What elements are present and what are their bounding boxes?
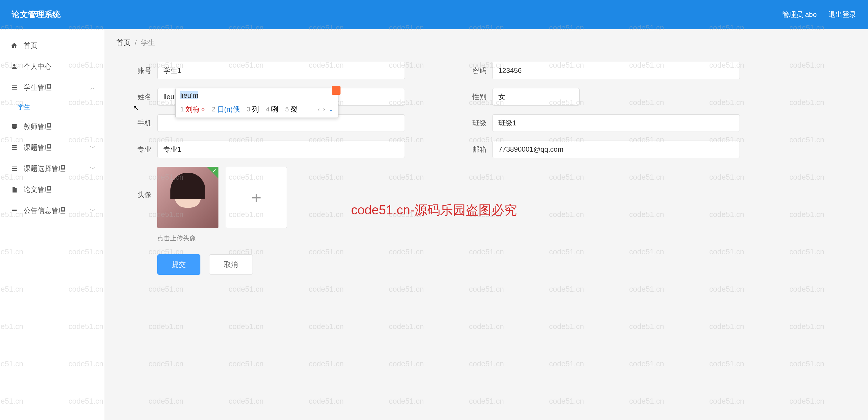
notice-icon xyxy=(10,206,18,215)
nav-student-mgmt[interactable]: 学生管理 ︿ xyxy=(0,77,104,98)
avatar-upload-button[interactable]: + xyxy=(226,167,287,228)
header-actions: 管理员 abo 退出登录 xyxy=(782,10,856,19)
nav-personal[interactable]: 个人中心 xyxy=(0,56,104,77)
nav-label: 首页 xyxy=(24,41,38,50)
ime-popup: lieu'm 1刘梅⊘ 2日(ri)俄 3列 4咧 5裂 ‹ › ⌄ xyxy=(175,88,338,118)
ime-candidate-5[interactable]: 5裂 xyxy=(285,105,298,114)
ime-candidate-2[interactable]: 2日(ri)俄 xyxy=(212,105,240,114)
avatar-preview[interactable] xyxy=(157,167,218,228)
label-avatar: 头像 xyxy=(128,190,152,199)
label-email: 邮箱 xyxy=(463,145,487,154)
list-icon xyxy=(10,83,18,91)
label-class: 班级 xyxy=(463,118,487,128)
cancel-button[interactable]: 取消 xyxy=(209,254,253,275)
nav-label: 教师管理 xyxy=(24,122,52,131)
label-account: 账号 xyxy=(128,66,152,75)
breadcrumb-current: 学生 xyxy=(141,38,155,46)
chevron-down-icon: ﹀ xyxy=(90,144,96,152)
check-icon xyxy=(207,167,218,178)
input-email[interactable] xyxy=(492,141,740,158)
label-name: 姓名 xyxy=(128,92,152,102)
input-major[interactable] xyxy=(157,141,405,158)
main-content: 首页 / 学生 账号 密码 姓名 性别 xyxy=(105,29,868,420)
breadcrumb-sep: / xyxy=(135,38,137,46)
ime-composition: lieu'm xyxy=(176,88,338,102)
app-title: 论文管理系统 xyxy=(12,9,61,20)
avatar-hint: 点击上传头像 xyxy=(157,234,845,243)
chevron-down-icon: ﹀ xyxy=(90,207,96,215)
nav-topic-select-mgmt[interactable]: 课题选择管理 ﹀ xyxy=(0,158,104,179)
header: 论文管理系统 管理员 abo 退出登录 xyxy=(0,0,868,29)
sidebar: 首页 个人中心 学生管理 ︿ 学生 教师管理 课题管理 ﹀ 课题选择管理 ﹀ 论 xyxy=(0,29,105,420)
ime-candidates: 1刘梅⊘ 2日(ri)俄 3列 4咧 5裂 ‹ › ⌄ xyxy=(176,102,338,117)
admin-label[interactable]: 管理员 abo xyxy=(782,10,817,19)
ime-logo-icon xyxy=(332,86,341,95)
document-icon xyxy=(10,186,18,194)
label-password: 密码 xyxy=(463,66,487,75)
nav-student[interactable]: 学生 xyxy=(0,98,104,116)
ime-candidate-3[interactable]: 3列 xyxy=(247,105,259,114)
chevron-up-icon: ︿ xyxy=(90,84,96,91)
nav-label: 课题管理 xyxy=(24,143,52,152)
input-password[interactable] xyxy=(492,62,740,79)
nav-teacher-mgmt[interactable]: 教师管理 xyxy=(0,116,104,137)
breadcrumb: 首页 / 学生 xyxy=(117,38,856,47)
ime-dropdown-icon[interactable]: ⌄ xyxy=(329,106,334,113)
label-phone: 手机 xyxy=(128,118,152,128)
nav-thesis-mgmt[interactable]: 论文管理 xyxy=(0,179,104,200)
logout-link[interactable]: 退出登录 xyxy=(828,10,856,19)
submit-button[interactable]: 提交 xyxy=(157,254,200,275)
breadcrumb-home[interactable]: 首页 xyxy=(117,38,130,46)
ime-candidate-1[interactable]: 1刘梅⊘ xyxy=(180,105,205,114)
nav-notice-mgmt[interactable]: 公告信息管理 ﹀ xyxy=(0,200,104,221)
ime-prev-icon[interactable]: ‹ xyxy=(318,106,320,113)
nav-label: 学生管理 xyxy=(24,83,52,92)
nav-home[interactable]: 首页 xyxy=(0,35,104,56)
input-class[interactable] xyxy=(492,114,740,132)
user-icon xyxy=(10,62,18,71)
input-gender[interactable] xyxy=(492,88,580,106)
chevron-down-icon: ﹀ xyxy=(90,165,96,173)
label-gender: 性别 xyxy=(463,92,487,102)
teacher-icon xyxy=(10,122,18,131)
topic-icon xyxy=(10,143,18,152)
select-icon xyxy=(10,165,18,173)
input-account[interactable] xyxy=(157,62,405,79)
nav-label: 课题选择管理 xyxy=(24,164,65,173)
home-icon xyxy=(10,41,18,50)
nav-topic-mgmt[interactable]: 课题管理 ﹀ xyxy=(0,137,104,158)
nav-label: 公告信息管理 xyxy=(24,206,65,215)
nav-label: 论文管理 xyxy=(24,185,52,194)
label-major: 专业 xyxy=(128,145,152,154)
nav-label: 个人中心 xyxy=(24,62,52,71)
ime-next-icon[interactable]: › xyxy=(323,106,325,113)
ime-candidate-4[interactable]: 4咧 xyxy=(266,105,278,114)
